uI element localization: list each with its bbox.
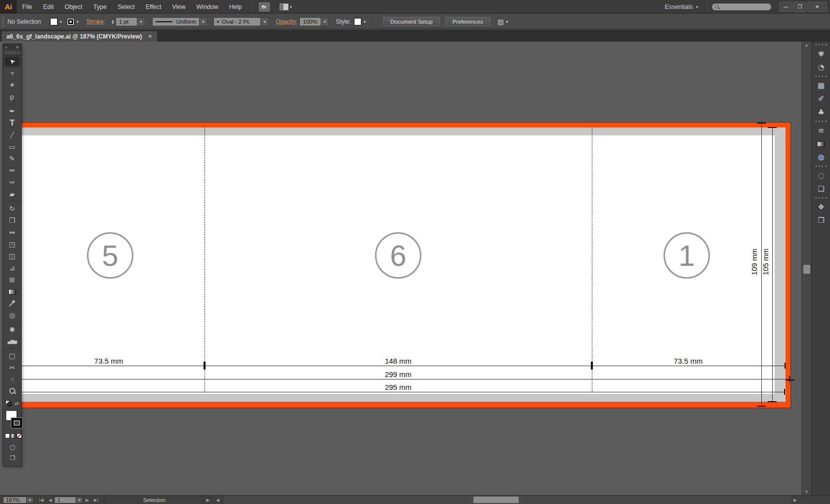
color-button[interactable] [5,433,10,438]
style-swatch[interactable] [354,18,362,26]
next-artboard-button[interactable]: ▶ [83,498,91,503]
gradient-panel-icon[interactable] [812,138,830,150]
width-tool[interactable]: ↭ [3,226,21,238]
lasso-tool[interactable]: ϙ [3,91,21,103]
drawing-mode-button[interactable]: ▢ [4,442,21,452]
collapse-panel-icon[interactable]: » [5,45,7,50]
selection-tool[interactable]: ➤ [3,55,21,67]
opacity-panel-link[interactable]: Opacity: [276,18,297,25]
opacity-dropdown[interactable] [321,17,329,26]
none-button[interactable] [17,433,22,438]
shape-builder-tool[interactable]: ◫ [3,250,21,262]
minimize-button[interactable]: — [780,2,792,12]
width-profile-select[interactable]: Uniform [152,17,200,26]
scroll-down-icon[interactable]: ▼ [802,488,811,495]
stroke-weight-stepper[interactable]: ▲▼ [111,19,115,24]
default-fill-stroke-icon[interactable] [5,400,11,406]
menu-item-object[interactable]: Object [59,0,88,14]
pen-tool[interactable]: ✒ [3,105,21,117]
preferences-button[interactable]: Preferences [445,17,491,27]
tools-panel-header[interactable]: » ✕ [3,44,21,50]
swatches-panel-icon[interactable]: ▦ [812,80,830,91]
brush-definition-dropdown[interactable] [261,17,269,26]
artboards-panel-icon[interactable]: ❐ [812,214,830,226]
canvas-area[interactable]: 5 6 1 73.5 mm 148 mm 73.5 mm 299 mm 295 … [0,42,801,495]
previous-artboard-button[interactable]: ◀ [46,498,54,503]
scroll-left-icon[interactable]: ◀ [212,498,223,503]
rotate-tool[interactable]: ↻ [3,203,21,214]
line-segment-tool[interactable]: ╱ [3,129,21,141]
stroke-panel-icon[interactable]: ≡ [812,125,830,136]
search-input[interactable] [711,3,772,11]
close-button[interactable]: ✕ [807,2,827,12]
zoom-tool[interactable] [3,385,21,397]
tab-close-icon[interactable]: ✕ [148,34,152,39]
vertical-scrollbar[interactable]: ▲ ▼ [801,42,811,495]
column-graph-tool[interactable]: ▄▆▅ [3,336,21,347]
artboard-tool[interactable]: ▢ [3,350,21,362]
chevron-down-icon[interactable] [506,19,508,24]
artboard-number-dropdown[interactable] [76,497,83,504]
menu-item-help[interactable]: Help [224,0,248,14]
layers-panel-icon[interactable]: ❖ [812,201,830,213]
scroll-up-icon[interactable]: ▲ [802,42,811,48]
menu-item-file[interactable]: File [17,0,38,14]
panel-grip[interactable] [5,52,19,54]
mesh-tool[interactable]: ⊞ [3,274,21,286]
gradient-button[interactable] [11,433,16,438]
transparency-panel-icon[interactable]: ◍ [812,151,830,163]
arrange-documents-button[interactable] [280,3,292,10]
color-guide-panel-icon[interactable]: ◔ [812,61,830,73]
isolate-selection-icon[interactable]: ▨ [498,18,504,26]
width-profile-dropdown[interactable] [200,17,208,26]
zoom-level-dropdown[interactable] [27,497,34,504]
brushes-panel-icon[interactable]: ✐ [812,93,830,105]
swap-fill-stroke-icon[interactable]: ⇄ [15,401,19,406]
opacity-value[interactable]: 100% [299,17,321,26]
go-to-bridge-button[interactable]: Br [259,2,270,11]
rectangle-tool[interactable]: ▭ [3,141,21,153]
panel-grip[interactable] [1,16,4,27]
symbols-panel-icon[interactable]: ♣ [812,106,830,118]
menu-item-type[interactable]: Type [88,0,112,14]
scale-tool[interactable]: ❒ [3,214,21,226]
symbol-sprayer-tool[interactable]: ✺ [3,324,21,336]
last-artboard-button[interactable]: ▶| [91,498,101,503]
menu-item-view[interactable]: View [166,0,191,14]
zoom-level-field[interactable]: 187% [3,497,27,504]
stroke-weight-dropdown[interactable] [137,17,145,26]
first-artboard-button[interactable]: |◀ [37,498,46,503]
artboard-number-field[interactable]: 1 [54,497,76,504]
pencil-tool[interactable]: ✏ [3,165,21,176]
vertical-scrollbar-thumb[interactable] [803,265,810,274]
slice-tool[interactable]: ✂ [3,362,21,374]
appearance-panel-icon[interactable]: ◌ [812,169,830,181]
fill-color-swatch[interactable] [50,18,58,26]
fill-color-dropdown[interactable] [58,18,64,26]
hand-tool[interactable]: ☝ [3,374,21,385]
restore-button[interactable]: ❐ [793,2,806,12]
menu-item-edit[interactable]: Edit [38,0,59,14]
document-setup-button[interactable]: Document Setup [383,17,440,27]
stroke-color-control[interactable] [11,418,22,428]
close-panel-icon[interactable]: ✕ [15,45,19,50]
magic-wand-tool[interactable]: ✶ [3,79,21,91]
eyedropper-tool[interactable] [3,297,21,309]
type-tool[interactable]: T [3,117,21,129]
style-dropdown[interactable] [362,18,368,26]
horizontal-scrollbar-thumb[interactable] [473,497,519,503]
menu-item-effect[interactable]: Effect [140,0,167,14]
direct-selection-tool[interactable]: ➢ [3,67,21,79]
horizontal-scrollbar[interactable] [223,496,791,504]
menu-item-window[interactable]: Window [191,0,223,14]
color-panel-icon[interactable]: ✾ [812,48,830,60]
scroll-right-icon[interactable]: ▶ [791,498,799,503]
document-tab[interactable]: a6_6s_gf_landscape.ai @ 187% (CMYK/Previ… [1,31,158,42]
stroke-weight-value[interactable]: 1 pt [116,17,137,26]
stroke-color-dropdown[interactable] [75,18,81,26]
blend-tool[interactable]: ◎ [3,309,21,321]
free-transform-tool[interactable]: ◳ [3,238,21,250]
stroke-panel-link[interactable]: Stroke: [86,18,105,25]
brush-definition-select[interactable]: Oval - 2 Pt. [213,17,261,26]
perspective-grid-tool[interactable]: ⊿ [3,262,21,274]
